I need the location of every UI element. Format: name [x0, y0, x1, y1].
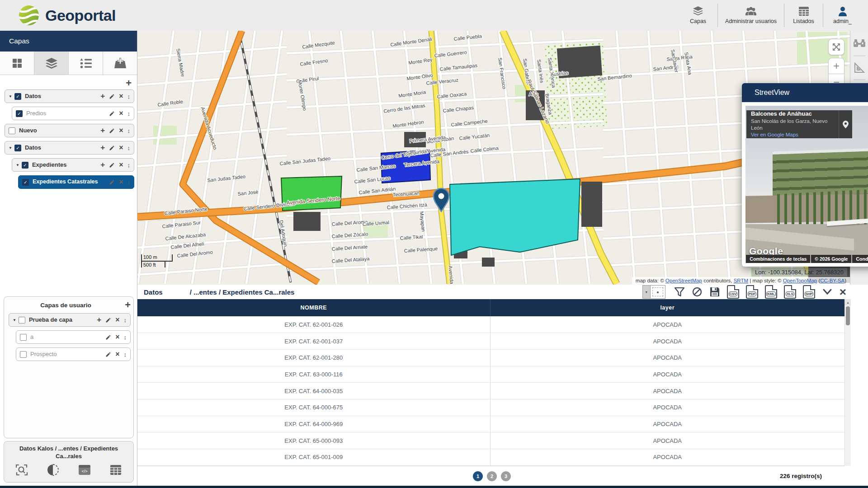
remove-layer-icon[interactable]: × [119, 178, 123, 186]
layer-item-datos[interactable]: ▼✓Datos+×↕ [5, 141, 134, 155]
srtm-link[interactable]: SRTM [734, 278, 748, 283]
streetview-image[interactable]: Balcones de Anáhuac San Nicolás de los G… [745, 106, 868, 263]
remove-layer-icon[interactable]: × [119, 144, 123, 152]
edit-pencil-icon[interactable] [105, 352, 111, 357]
table-row[interactable]: EXP. CAT. 64-000-969APOCADA [137, 416, 844, 432]
page-button-3[interactable]: 3 [501, 471, 511, 481]
table-cell[interactable]: APOCADA [490, 349, 844, 366]
edit-pencil-icon[interactable] [109, 179, 115, 185]
table-scrollbar[interactable]: ▲ [844, 299, 851, 466]
add-sublayer-icon[interactable]: + [100, 126, 105, 135]
export-pdf-icon[interactable]: PDF [746, 285, 758, 299]
layer-item-expedientes-catastrales[interactable]: ✓Expedientes Catastrales×↕ [18, 175, 134, 189]
table-tab-datos[interactable]: Datos [137, 288, 169, 296]
reorder-icon[interactable]: ↕ [127, 93, 131, 100]
edit-pencil-icon[interactable] [109, 145, 115, 151]
export-shp-icon[interactable]: SHP [803, 285, 815, 299]
table-row[interactable]: EXP. CAT. 62-001-026APOCADA [137, 316, 844, 333]
table-cell[interactable]: APOCADA [490, 383, 844, 399]
scrollbar-thumb[interactable] [846, 306, 850, 325]
table-cell[interactable]: EXP. CAT. 63-000-116 [137, 366, 490, 383]
fullscreen-button[interactable] [828, 39, 844, 55]
table-cell[interactable]: EXP. CAT. 64-000-969 [137, 416, 490, 432]
layer-checkbox[interactable]: ✓ [22, 179, 29, 186]
remove-layer-icon[interactable]: × [119, 92, 123, 100]
page-button-2[interactable]: 2 [487, 471, 497, 481]
layer-item-expedientes[interactable]: ▼✓Expedientes+×↕ [12, 158, 134, 172]
edit-pencil-icon[interactable] [109, 111, 115, 117]
streetview-footer-link[interactable]: © 2026 Google [811, 255, 851, 263]
layer-checkbox[interactable] [19, 317, 25, 324]
osm-link[interactable]: OpenStreetMap [665, 278, 702, 283]
reorder-icon[interactable]: ↕ [124, 317, 127, 324]
layer-checkbox[interactable]: ✓ [14, 145, 21, 151]
reorder-icon[interactable]: ↕ [127, 145, 131, 151]
export-csv-icon[interactable]: CSV [727, 285, 739, 299]
contrast-icon[interactable] [46, 464, 60, 476]
selection-box-icon[interactable] [651, 286, 665, 298]
table-cell[interactable]: EXP. CAT. 62-001-280 [137, 349, 490, 366]
table-cell[interactable]: APOCADA [490, 366, 844, 383]
caret-down-icon[interactable]: ▼ [13, 318, 16, 322]
table-row[interactable]: EXP. CAT. 65-000-093APOCADA [137, 432, 844, 449]
layer-item-a[interactable]: a×↕ [16, 330, 131, 344]
layer-checkbox[interactable] [9, 127, 15, 134]
streetview-footer-link[interactable]: Combinaciones de teclas [746, 255, 810, 263]
table-cell[interactable]: APOCADA [490, 316, 844, 333]
attribute-table-icon[interactable] [109, 464, 123, 476]
table-cell[interactable]: EXP. CAT. 64-000-675 [137, 399, 490, 416]
edit-pencil-icon[interactable] [109, 94, 115, 99]
streetview-footer-link[interactable]: Condiciones [852, 255, 868, 263]
edit-pencil-icon[interactable] [105, 334, 111, 340]
pin-icon[interactable] [839, 110, 852, 138]
edit-pencil-icon[interactable] [109, 162, 115, 168]
layer-checkbox[interactable]: ✓ [22, 162, 28, 169]
add-sublayer-icon[interactable]: + [100, 143, 105, 152]
caret-down-icon[interactable]: ▼ [9, 146, 12, 150]
scrollbar-up-icon[interactable]: ▲ [845, 299, 851, 305]
layer-checkbox[interactable] [20, 351, 27, 358]
collapse-table-icon[interactable] [822, 288, 833, 296]
layer-item-prospecto[interactable]: Prospecto×↕ [16, 347, 131, 361]
reorder-icon[interactable]: ↕ [127, 162, 131, 169]
add-user-layer-button[interactable]: + [125, 300, 131, 310]
table-cell[interactable]: EXP. CAT. 65-000-093 [137, 432, 490, 449]
selection-mode-control[interactable]: ▾ [642, 285, 665, 299]
table-row[interactable]: EXP. CAT. 62-001-280APOCADA [137, 349, 844, 366]
page-button-1[interactable]: 1 [473, 471, 483, 481]
table-row[interactable]: EXP. CAT. 64-000-035APOCADA [137, 383, 844, 399]
remove-layer-icon[interactable]: × [115, 333, 119, 341]
table-cell[interactable]: EXP. CAT. 62-001-026 [137, 316, 490, 333]
export-kml-icon[interactable]: KML [765, 285, 777, 299]
table-cell[interactable]: APOCADA [490, 416, 844, 432]
remove-layer-icon[interactable]: × [119, 127, 123, 135]
layer-item-prueba-de-capa[interactable]: ▼Prueba de capa+×↕ [9, 313, 131, 327]
remove-layer-icon[interactable]: × [115, 350, 119, 358]
tab-layers[interactable] [34, 52, 69, 75]
code-icon[interactable]: </> [78, 464, 91, 476]
table-row[interactable]: EXP. CAT. 64-000-675APOCADA [137, 399, 844, 416]
table-row[interactable]: EXP. CAT. 63-000-116APOCADA [137, 366, 844, 383]
map-canvas[interactable]: Calle MezquiteCalle FresnoCalle PirulCal… [137, 31, 868, 285]
edit-pencil-icon[interactable] [105, 317, 111, 323]
nav-capas[interactable]: Capas [679, 4, 717, 27]
google-maps-link[interactable]: Ver en Google Maps [751, 131, 835, 138]
layer-checkbox[interactable]: ✓ [16, 110, 23, 117]
zoom-in-button[interactable]: + [828, 58, 844, 74]
column-layer[interactable]: layer [490, 299, 844, 316]
layer-checkbox[interactable]: ✓ [14, 93, 21, 100]
add-layer-group-button[interactable]: + [126, 79, 132, 88]
zoom-to-layer-icon[interactable] [15, 464, 28, 476]
remove-layer-icon[interactable]: × [115, 316, 119, 324]
reorder-icon[interactable]: ↕ [124, 334, 127, 341]
layer-item-datos[interactable]: ▼✓Datos+×↕ [5, 89, 134, 103]
export-xls-icon[interactable]: XLS [784, 285, 796, 299]
reorder-icon[interactable]: ↕ [127, 127, 131, 134]
add-sublayer-icon[interactable]: + [100, 92, 105, 101]
save-icon[interactable] [709, 286, 720, 297]
table-cell[interactable]: APOCADA [490, 449, 844, 466]
selection-dropdown-icon[interactable]: ▾ [643, 286, 651, 298]
table-cell[interactable]: EXP. CAT. 65-001-009 [137, 449, 490, 466]
caret-down-icon[interactable]: ▼ [9, 94, 12, 99]
column-nombre[interactable]: NOMBRE [137, 299, 490, 316]
